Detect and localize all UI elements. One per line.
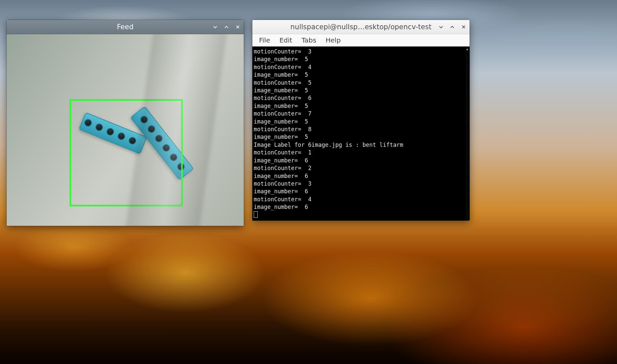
detection-bounding-box [70, 99, 183, 206]
menu-tabs[interactable]: Tabs [298, 35, 320, 46]
terminal-line: motionCounter= 2 [254, 165, 311, 171]
terminal-line: image_number= 5 [254, 71, 308, 78]
terminal-line: image_number= 5 [254, 87, 308, 94]
terminal-line: image_number= 6 [254, 173, 308, 179]
terminal-window-title: nullspacepi@nullsp…esktop/opencv-test [291, 23, 432, 31]
terminal-line: motionCounter= 6 [254, 95, 311, 101]
menu-file[interactable]: File [255, 35, 274, 46]
close-icon[interactable] [234, 24, 241, 30]
feed-window: Feed [7, 20, 244, 226]
feed-window-title: Feed [117, 23, 133, 31]
terminal-titlebar[interactable]: nullspacepi@nullsp…esktop/opencv-test [252, 20, 470, 34]
terminal-cursor [254, 211, 258, 218]
camera-feed [7, 34, 244, 226]
feed-titlebar[interactable]: Feed [7, 20, 244, 34]
terminal-line: motionCounter= 5 [254, 79, 311, 86]
terminal-menubar: File Edit Tabs Help [252, 34, 470, 46]
terminal-line: Image Label for 6image.jpg is : bent lif… [254, 141, 403, 148]
terminal-line: image_number= 6 [254, 157, 308, 164]
terminal-line: motionCounter= 3 [254, 180, 311, 187]
maximize-icon[interactable] [449, 24, 456, 30]
scroll-up-icon[interactable]: ▴ [466, 47, 469, 50]
menu-help[interactable]: Help [321, 35, 345, 46]
terminal-line: motionCounter= 4 [254, 196, 311, 203]
menu-edit[interactable]: Edit [275, 35, 296, 46]
terminal-viewport[interactable]: motionCounter= 3 image_number= 5 motionC… [252, 46, 470, 221]
terminal-line: image_number= 5 [254, 134, 308, 140]
close-icon[interactable] [460, 24, 467, 30]
terminal-output[interactable]: motionCounter= 3 image_number= 5 motionC… [252, 46, 465, 221]
terminal-line: motionCounter= 3 [254, 48, 311, 55]
terminal-line: image_number= 5 [254, 56, 308, 62]
terminal-scrollbar[interactable]: ▴ [466, 47, 469, 221]
terminal-line: motionCounter= 1 [254, 149, 311, 156]
terminal-window-controls [438, 20, 467, 34]
terminal-line: image_number= 5 [254, 118, 308, 125]
terminal-line: image_number= 6 [254, 204, 308, 210]
terminal-line: motionCounter= 7 [254, 110, 311, 117]
terminal-line: motionCounter= 4 [254, 64, 311, 70]
feed-window-controls [212, 20, 241, 34]
terminal-line: image_number= 6 [254, 188, 308, 195]
terminal-line: image_number= 5 [254, 103, 308, 109]
minimize-icon[interactable] [438, 24, 444, 30]
minimize-icon[interactable] [212, 24, 219, 30]
maximize-icon[interactable] [223, 24, 230, 30]
terminal-window: nullspacepi@nullsp…esktop/opencv-test Fi… [252, 20, 470, 221]
terminal-line: motionCounter= 8 [254, 126, 311, 133]
